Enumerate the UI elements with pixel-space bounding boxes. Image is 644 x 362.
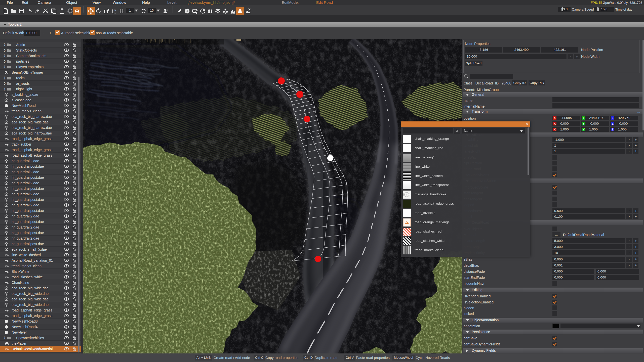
svg-text:w: w xyxy=(114,9,116,11)
svg-text:!: ! xyxy=(406,193,407,197)
